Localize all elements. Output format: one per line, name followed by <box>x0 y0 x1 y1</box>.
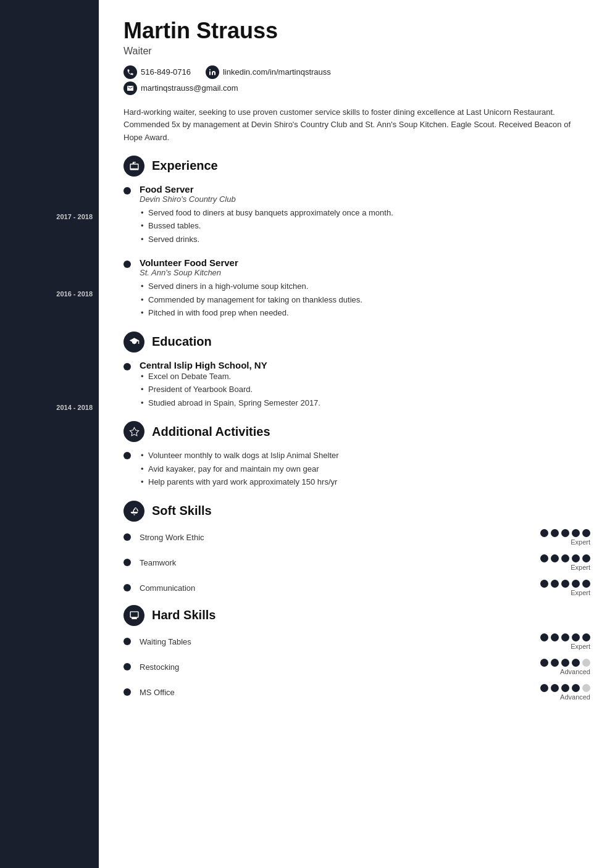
linkedin-url: linkedin.com/in/martinqstrauss <box>223 67 331 77</box>
dot5 <box>582 633 590 641</box>
dot5 <box>582 580 590 588</box>
dot3 <box>561 684 569 692</box>
hard-skill-3-name: MS Office <box>140 688 540 697</box>
edu1-content: Central Islip High School, NY Excel on D… <box>140 360 590 411</box>
edu1-bullet-3: Studied abroad in Spain, Spring Semester… <box>140 397 590 409</box>
dot2 <box>551 529 559 537</box>
hard-skill-1-name: Waiting Tables <box>140 637 540 646</box>
experience-header: Experience <box>123 156 590 177</box>
dot1 <box>540 659 548 667</box>
handshake-icon <box>123 501 144 522</box>
hard-skill-3-label: Advanced <box>560 693 590 701</box>
exp2-bullets: Served diners in a high-volume soup kitc… <box>140 280 590 319</box>
dot3 <box>561 529 569 537</box>
hard-skill-2-rating: Advanced <box>540 659 590 675</box>
education-header: Education <box>123 332 590 353</box>
exp1-company: Devin Shiro's Country Club <box>140 194 590 204</box>
edu1-school: Central Islip High School, NY <box>140 360 590 370</box>
dot3 <box>561 659 569 667</box>
dot1 <box>540 529 548 537</box>
email-icon <box>123 81 137 95</box>
monitor-icon <box>123 605 144 626</box>
activity-bullet-3: Help parents with yard work approximatel… <box>140 476 590 488</box>
education-section: Education Central Islip High School, NY … <box>123 332 590 411</box>
hard-skills-section: Hard Skills Waiting Tables Expert <box>123 605 590 701</box>
activities-section: Additional Activities Volunteer monthly … <box>123 421 590 490</box>
dot1 <box>540 633 548 641</box>
hard-skill-1-label: Expert <box>571 643 590 650</box>
soft-skill-1-label: Expert <box>571 538 590 546</box>
phone-number: 516-849-0716 <box>141 67 191 77</box>
hard-skill-2-name: Restocking <box>140 662 540 672</box>
exp2-bullet-1: Served diners in a high-volume soup kitc… <box>140 280 590 293</box>
education-item-1: Central Islip High School, NY Excel on D… <box>123 360 590 411</box>
dot4 <box>572 684 580 692</box>
education-title: Education <box>152 335 212 349</box>
exp2-bullet-3: Pitched in with food prep when needed. <box>140 307 590 319</box>
star-icon <box>123 421 144 442</box>
phone-contact: 516-849-0716 <box>123 65 191 79</box>
activity-bullet-2: Avid kayaker, pay for and maintain my ow… <box>140 463 590 475</box>
soft-skill-1-rating: Expert <box>540 529 590 546</box>
date-edu1: 2014 - 2018 <box>0 404 93 411</box>
soft-skill-1: Strong Work Ethic Expert <box>123 529 590 546</box>
experience-title: Experience <box>152 159 218 173</box>
soft-skill-3-label: Expert <box>571 589 590 596</box>
svg-marker-1 <box>130 427 138 435</box>
dot2 <box>551 684 559 692</box>
activities-title: Additional Activities <box>152 425 270 439</box>
briefcase-icon <box>123 156 144 177</box>
activity-bullet-1: Volunteer monthly to walk dogs at Islip … <box>140 449 590 462</box>
activities-item: Volunteer monthly to walk dogs at Islip … <box>123 449 590 490</box>
activities-header: Additional Activities <box>123 421 590 442</box>
dot2 <box>551 580 559 588</box>
dot5-empty <box>582 659 590 667</box>
soft-skills-header: Soft Skills <box>123 501 590 522</box>
dot2 <box>551 633 559 641</box>
exp2-job-title: Volunteer Food Server <box>140 257 590 268</box>
soft-skill-3-name: Communication <box>140 583 540 593</box>
experience-section: Experience Food Server Devin Shiro's Cou… <box>123 156 590 320</box>
dot5 <box>582 554 590 562</box>
summary-text: Hard-working waiter, seeking to use prov… <box>123 106 590 144</box>
applicant-name: Martin Strauss <box>123 19 590 43</box>
exp1-content: Food Server Devin Shiro's Country Club S… <box>140 184 590 247</box>
dot1 <box>540 684 548 692</box>
hard-skill-2: Restocking Advanced <box>123 659 590 675</box>
soft-skill-2-rating: Expert <box>540 554 590 571</box>
edu1-bullet-1: Excel on Debate Team. <box>140 370 590 383</box>
dot2 <box>551 659 559 667</box>
dot4 <box>572 580 580 588</box>
soft-skills-section: Soft Skills Strong Work Ethic Expert <box>123 501 590 596</box>
contact-row-1: 516-849-0716 linkedin.com/in/martinqstra… <box>123 65 590 79</box>
page: 2017 - 2018 2016 - 2018 2014 - 2018 Mart… <box>0 0 615 868</box>
date-exp2: 2016 - 2018 <box>0 290 93 298</box>
dot4 <box>572 659 580 667</box>
linkedin-icon <box>206 65 219 79</box>
hard-skill-1: Waiting Tables Expert <box>123 633 590 650</box>
dot3 <box>561 633 569 641</box>
soft-skills-title: Soft Skills <box>152 504 212 518</box>
edu1-bullet-2: President of Yearbook Board. <box>140 383 590 396</box>
exp2-bullet-2: Commended by management for taking on th… <box>140 294 590 306</box>
linkedin-contact: linkedin.com/in/martinqstrauss <box>206 65 331 79</box>
phone-icon <box>123 65 137 79</box>
dot1 <box>540 554 548 562</box>
dot1 <box>540 580 548 588</box>
dot4 <box>572 633 580 641</box>
dot5 <box>582 529 590 537</box>
applicant-title: Waiter <box>123 46 590 57</box>
graduation-icon <box>123 332 144 353</box>
dot2 <box>551 554 559 562</box>
main-content: Martin Strauss Waiter 516-849-0716 linke… <box>99 0 615 868</box>
exp1-bullets: Served food to diners at busy banquets a… <box>140 207 590 246</box>
exp1-bullet-3: Served drinks. <box>140 233 590 246</box>
dot4 <box>572 529 580 537</box>
date-exp1: 2017 - 2018 <box>0 213 93 220</box>
dot5-empty <box>582 684 590 692</box>
email-contact: martinqstrauss@gmail.com <box>123 81 238 95</box>
hard-skills-header: Hard Skills <box>123 605 590 626</box>
soft-skill-2: Teamwork Expert <box>123 554 590 571</box>
exp1-job-title: Food Server <box>140 184 590 194</box>
hard-skill-3: MS Office Advanced <box>123 684 590 701</box>
